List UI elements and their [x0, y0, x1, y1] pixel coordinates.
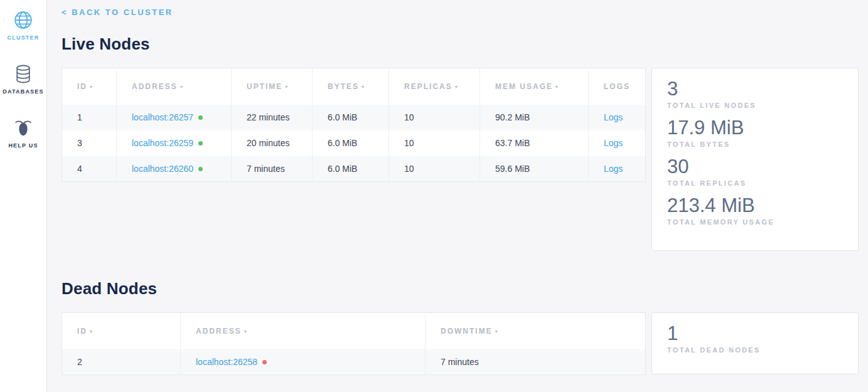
summary-stat: 17.9 MiB Total bytes [667, 117, 843, 148]
node-logs-cell: Logs [589, 130, 646, 156]
databases-icon [13, 63, 33, 85]
sidebar-item-cluster[interactable]: Cluster [8, 9, 40, 41]
table-row: 4 localhost:26260 7 minutes 6.0 MiB 10 5… [62, 156, 646, 182]
dead-nodes-summary-card: 1 Total dead nodes [651, 312, 859, 374]
node-uptime-cell: 22 minutes [232, 105, 313, 130]
column-header-replicas[interactable]: Replicas▾ [389, 68, 480, 105]
stat-value: 17.9 MiB [667, 117, 843, 139]
column-header-logs: Logs [589, 68, 646, 105]
sort-arrow-icon: ▾ [495, 329, 499, 334]
column-header-id[interactable]: ID▾ [62, 68, 117, 105]
live-status-icon [198, 115, 203, 120]
logs-link[interactable]: Logs [604, 112, 623, 122]
sidebar-item-databases[interactable]: Databases [3, 63, 43, 95]
stat-value: 213.4 MiB [667, 195, 843, 216]
sort-arrow-icon: ▾ [244, 329, 248, 334]
cockroach-bug-icon [13, 117, 34, 139]
table-row: 2 localhost:26258 7 minutes [62, 349, 646, 375]
dead-nodes-section: Dead Nodes ID▾ Address▾ Downtime▾ 2 lo [62, 279, 868, 375]
node-address-link[interactable]: localhost:26257 [132, 112, 193, 122]
back-to-cluster-link[interactable]: < Back to Cluster [62, 8, 173, 17]
stat-label: Total memory usage [667, 218, 843, 226]
node-bytes-cell: 6.0 MiB [313, 130, 389, 156]
sidebar-item-label: Databases [3, 88, 43, 95]
node-replicas-cell: 10 [389, 105, 480, 130]
node-address-cell: localhost:26259 [117, 130, 232, 156]
node-downtime-cell: 7 minutes [426, 349, 646, 375]
live-nodes-title: Live Nodes [62, 34, 868, 54]
summary-stat: 213.4 MiB Total memory usage [667, 195, 843, 226]
column-header-uptime[interactable]: Uptime▾ [232, 68, 313, 105]
column-header-downtime[interactable]: Downtime▾ [426, 313, 646, 349]
node-address-cell: localhost:26257 [117, 105, 232, 130]
sidebar: Cluster Databases Help Us [0, 0, 47, 392]
node-uptime-cell: 20 minutes [232, 130, 313, 156]
dead-nodes-header-row: ID▾ Address▾ Downtime▾ [62, 313, 646, 349]
stat-value: 1 [667, 323, 843, 344]
stat-label: Total live nodes [667, 102, 843, 109]
node-address-cell: localhost:26258 [181, 349, 426, 375]
node-id-cell: 3 [62, 130, 117, 156]
sort-arrow-icon: ▾ [90, 84, 94, 90]
column-header-id[interactable]: ID▾ [62, 313, 181, 349]
node-id-cell: 2 [62, 349, 181, 375]
summary-stat: 3 Total live nodes [667, 78, 843, 109]
stat-value: 3 [667, 78, 843, 100]
dead-status-icon [262, 360, 267, 364]
node-bytes-cell: 6.0 MiB [313, 105, 389, 130]
table-row: 3 localhost:26259 20 minutes 6.0 MiB 10 … [62, 130, 646, 156]
node-address-cell: localhost:26260 [117, 156, 232, 182]
live-nodes-header-row: ID▾ Address▾ Uptime▾ Bytes▾ Replicas▾ Me… [62, 68, 646, 105]
column-header-bytes[interactable]: Bytes▾ [313, 68, 389, 105]
logs-link[interactable]: Logs [604, 164, 623, 174]
node-uptime-cell: 7 minutes [232, 156, 313, 182]
stat-label: Total bytes [667, 140, 843, 148]
logs-link[interactable]: Logs [604, 138, 623, 148]
sort-arrow-icon: ▾ [180, 84, 184, 90]
globe-icon [13, 9, 34, 31]
sort-arrow-icon: ▾ [362, 84, 365, 90]
main-content: < Back to Cluster Live Nodes ID▾ Address… [48, 0, 868, 375]
sort-arrow-icon: ▾ [90, 329, 94, 334]
sort-arrow-icon: ▾ [455, 84, 459, 90]
live-nodes-summary-card: 3 Total live nodes 17.9 MiB Total bytes … [651, 68, 859, 251]
node-replicas-cell: 10 [389, 156, 480, 182]
summary-stat: 30 Total replicas [667, 156, 843, 187]
node-mem-usage-cell: 90.2 MiB [480, 105, 589, 130]
stat-value: 30 [667, 156, 843, 177]
column-header-address[interactable]: Address▾ [117, 68, 232, 105]
table-row: 1 localhost:26257 22 minutes 6.0 MiB 10 … [62, 105, 646, 130]
node-mem-usage-cell: 59.6 MiB [480, 156, 589, 182]
stat-label: Total replicas [667, 179, 843, 187]
sort-arrow-icon: ▾ [555, 84, 559, 90]
node-id-cell: 1 [62, 105, 117, 130]
stat-label: Total dead nodes [667, 346, 843, 354]
live-nodes-section: Live Nodes ID▾ Address▾ Uptime▾ Bytes▾ R… [62, 34, 868, 251]
column-header-mem-usage[interactable]: Mem Usage▾ [480, 68, 589, 105]
sidebar-item-label: Cluster [8, 34, 40, 41]
summary-stat: 1 Total dead nodes [667, 323, 843, 354]
node-logs-cell: Logs [589, 105, 646, 130]
dead-nodes-title: Dead Nodes [62, 279, 868, 299]
live-status-icon [198, 141, 203, 146]
sort-arrow-icon: ▾ [285, 84, 289, 90]
node-bytes-cell: 6.0 MiB [313, 156, 389, 182]
sidebar-item-label: Help Us [8, 142, 38, 149]
sidebar-item-help-us[interactable]: Help Us [8, 117, 38, 149]
column-header-address[interactable]: Address▾ [181, 313, 426, 349]
dead-nodes-table: ID▾ Address▾ Downtime▾ 2 localhost:26258… [62, 312, 646, 375]
node-replicas-cell: 10 [389, 130, 480, 156]
node-logs-cell: Logs [589, 156, 646, 182]
node-mem-usage-cell: 63.7 MiB [480, 130, 589, 156]
node-id-cell: 4 [62, 156, 117, 182]
live-status-icon [198, 167, 203, 171]
node-address-link[interactable]: localhost:26259 [132, 138, 193, 148]
node-address-link[interactable]: localhost:26260 [132, 164, 193, 174]
node-address-link[interactable]: localhost:26258 [196, 357, 257, 367]
live-nodes-table: ID▾ Address▾ Uptime▾ Bytes▾ Replicas▾ Me… [62, 68, 646, 182]
